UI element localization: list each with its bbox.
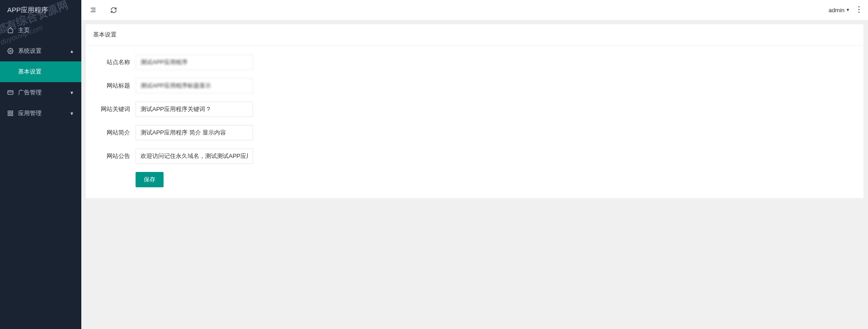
svg-rect-3 — [8, 111, 10, 113]
sidebar: 都有综合资源网 duyouvip.com APP应用程序 主页 系统设置 ▲ 基… — [0, 0, 81, 329]
topbar: admin ▼ — [81, 0, 868, 20]
sidebar-item-apps[interactable]: 应用管理 ▼ — [0, 103, 81, 124]
label-site-keywords: 网站关键词 — [95, 105, 136, 113]
sidebar-item-label: 主页 — [18, 26, 30, 34]
sidebar-item-ads[interactable]: 广告管理 ▼ — [0, 82, 81, 103]
svg-point-10 — [859, 6, 860, 7]
svg-rect-6 — [8, 114, 10, 116]
chevron-down-icon: ▼ — [70, 111, 74, 116]
input-site-title[interactable] — [136, 78, 253, 93]
main-area: admin ▼ 基本设置 站点名称 网站标题 — [81, 0, 868, 329]
label-site-notice: 网站公告 — [95, 152, 136, 160]
sidebar-item-label: 广告管理 — [18, 88, 42, 97]
chevron-down-icon: ▼ — [70, 90, 74, 95]
user-name: admin — [829, 7, 845, 14]
svg-rect-5 — [11, 114, 13, 116]
menu-toggle-icon[interactable] — [89, 6, 97, 14]
input-site-desc[interactable] — [136, 125, 253, 140]
svg-point-11 — [859, 9, 860, 10]
dropdown-icon: ▼ — [846, 8, 850, 12]
svg-point-12 — [859, 11, 860, 13]
sidebar-item-label: 系统设置 — [18, 47, 42, 55]
sidebar-subitem-label: 基本设置 — [18, 68, 42, 75]
label-site-name: 站点名称 — [95, 58, 136, 66]
user-menu[interactable]: admin ▼ — [829, 7, 850, 14]
sidebar-item-label: 应用管理 — [18, 109, 42, 117]
input-site-notice[interactable] — [136, 148, 253, 164]
svg-rect-4 — [11, 111, 13, 113]
more-icon[interactable] — [858, 6, 860, 14]
sidebar-item-home[interactable]: 主页 — [0, 20, 81, 41]
gear-icon — [7, 48, 14, 54]
sidebar-logo: APP应用程序 — [0, 0, 81, 20]
save-button[interactable]: 保存 — [136, 172, 164, 187]
card-title: 基本设置 — [86, 24, 863, 46]
sidebar-subitem-basic-settings[interactable]: 基本设置 — [0, 61, 81, 82]
settings-card: 基本设置 站点名称 网站标题 网站关键词 网站简介 — [86, 24, 863, 198]
label-site-desc: 网站简介 — [95, 129, 136, 137]
sidebar-item-system[interactable]: 系统设置 ▲ — [0, 41, 81, 61]
label-site-title: 网站标题 — [95, 82, 136, 90]
svg-rect-1 — [8, 91, 13, 94]
chevron-up-icon: ▲ — [70, 49, 74, 54]
grid-icon — [7, 110, 14, 116]
svg-point-0 — [9, 50, 11, 52]
content-area: 基本设置 站点名称 网站标题 网站关键词 网站简介 — [81, 20, 868, 329]
refresh-icon[interactable] — [110, 7, 117, 14]
input-site-keywords[interactable] — [136, 102, 253, 117]
input-site-name[interactable] — [136, 55, 253, 70]
ad-icon — [7, 89, 14, 96]
home-icon — [7, 27, 14, 33]
